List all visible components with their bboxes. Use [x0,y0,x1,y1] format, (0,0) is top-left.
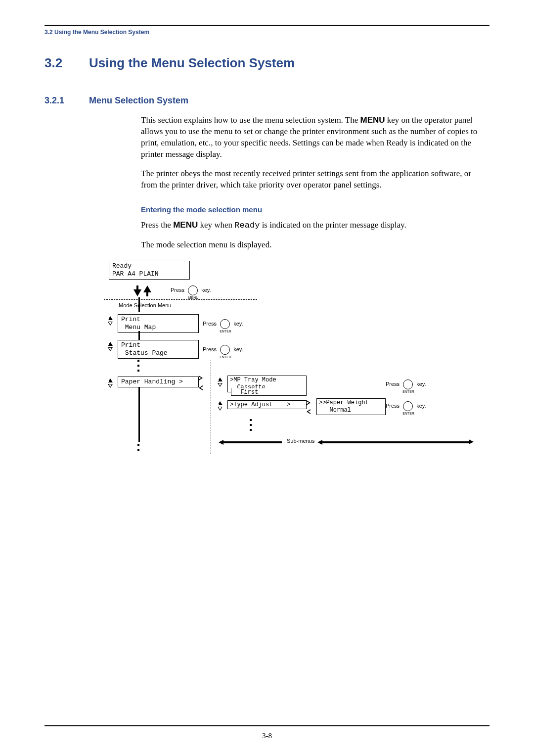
left-arrow-icon [307,409,311,414]
menu-flow-diagram: Ready PAR A4 PLAIN Press key. MENU Mode … [104,261,490,469]
lcd-print-menu-map: Print Menu Map [118,314,199,333]
flow-dots [137,360,139,375]
mode-selection-menu-label: Mode Selection Menu [119,302,171,308]
subsection-heading: 3.2.1Menu Selection System [44,95,490,106]
lcd-paper-weight: >>Paper Weight Normal [316,398,386,415]
enter-button-label: ENTER [220,330,231,333]
section-heading: 3.2Using the Menu Selection System [44,55,490,71]
enter-button-icon [220,345,230,355]
enter-button-icon [220,319,230,329]
ready-literal: Ready [234,221,260,230]
right-arrow-icon [199,376,203,380]
lcd-mp-tray-stack: First [231,388,307,396]
press-menu-key: Press key. MENU [171,285,211,299]
subsection-title: Menu Selection System [89,95,188,105]
press-enter-key-2: Press key. ENTER [203,345,243,359]
flow-line [138,331,140,340]
page-number: 3-8 [0,732,534,740]
lcd-paper-handling: Paper Handling > [118,377,199,387]
updown-arrows-icon [108,342,115,351]
press-enter-key-4: Press key. ENTER [386,401,426,415]
paragraph-1: This section explains how to use the men… [141,115,490,160]
lcd-type-adjust: >Type Adjust > [227,400,307,409]
press-enter-key-3: Press key. ENTER [386,379,426,393]
paragraph-4: The mode selection menu is displayed. [141,239,490,251]
menu-button-label: MENU [187,296,199,299]
menu-key-label: MENU [360,115,385,125]
subheading-entering-mode: Entering the mode selection menu [141,205,490,215]
submenus-arrow-right [321,441,470,443]
flow-line [138,297,140,312]
top-rule [44,25,490,26]
flow-dots [137,444,139,454]
enter-button-icon [403,401,413,411]
lcd-print-status-page: Print Status Page [118,340,199,359]
press-enter-key-1: Press key. ENTER [203,319,243,333]
menu-toggle-arrows-icon [134,285,151,296]
submenus-label: Sub-menus [287,438,314,444]
paragraph-3: Press the MENU key when Ready is indicat… [141,220,490,232]
updown-arrows-icon [218,401,224,411]
flow-line [138,387,140,442]
updown-arrows-icon [108,378,115,388]
enter-button-label: ENTER [220,355,231,359]
section-number: 3.2 [44,55,89,71]
section-title: Using the Menu Selection System [89,55,295,70]
menu-button-icon [188,285,198,295]
updown-arrows-icon [218,378,224,387]
lcd-ready: Ready PAR A4 PLAIN [109,261,190,280]
flow-dots [250,419,252,434]
right-arrow-icon [307,400,311,405]
submenus-arrow-left [222,441,282,443]
dashed-divider [104,299,257,300]
menu-key-label-2: MENU [173,220,198,230]
dashed-vline [211,360,211,454]
bottom-rule [44,725,490,726]
subsection-number: 3.2.1 [44,95,89,106]
left-arrow-icon [199,385,203,390]
enter-button-icon [403,379,413,389]
enter-button-label: ENTER [402,390,414,393]
enter-button-label: ENTER [402,412,414,415]
body-column: This section explains how to use the men… [141,115,490,251]
paragraph-2: The printer obeys the most recently rece… [141,168,490,191]
updown-arrows-icon [108,316,115,326]
running-header: 3.2 Using the Menu Selection System [44,29,490,36]
